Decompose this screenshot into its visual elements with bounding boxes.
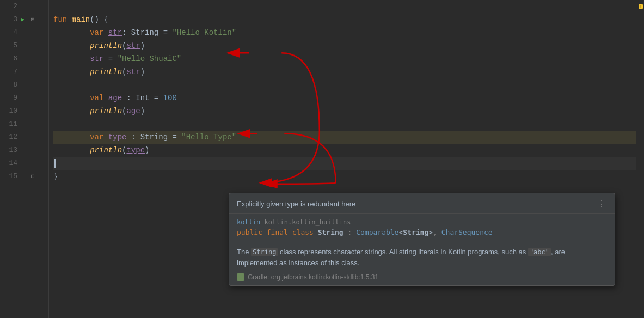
tooltip-description: The String class represents character st… [229, 241, 615, 272]
warning-marker: ! [639, 4, 643, 9]
gutter-line-5: 5 [0, 39, 48, 52]
fn-println-7: println [90, 65, 122, 78]
tooltip-code-signature: public final class String : Comparable<S… [237, 228, 607, 236]
code-line-6: str = "Hello ShuaiC" [53, 52, 644, 65]
gutter-line-3: 3 ▶ ⊟ [0, 13, 48, 26]
gutter-line-6: 6 [0, 52, 48, 65]
code-line-5: println(str) [53, 39, 644, 52]
code-line-14 [53, 157, 644, 170]
tooltip-kotlin-section: kotlin kotlin.kotlin_builtins public fin… [229, 214, 615, 241]
code-line-8 [53, 78, 644, 91]
fn-println-10: println [90, 105, 122, 118]
ref-str-7: str [126, 65, 140, 78]
tooltip-menu-button[interactable]: ⋮ [597, 199, 607, 209]
var-type: type [108, 131, 127, 144]
gutter-line-8: 8 [0, 78, 48, 91]
string-hello-kotlin: "Hello Kotlin" [172, 26, 236, 39]
code-line-11 [53, 118, 644, 131]
var-age: age [108, 91, 122, 105]
gutter-line-7: 7 [0, 65, 48, 78]
var-str: str [108, 26, 122, 39]
line-gutter: 2 3 ▶ ⊟ 4 5 6 7 8 [0, 0, 49, 318]
gutter-line-9: 9 [0, 91, 48, 105]
code-line-10: println(age) [53, 105, 644, 118]
tooltip-header: Explicitly given type is redundant here … [229, 193, 615, 214]
code-area[interactable]: fun main() { var str: String = "Hello Ko… [49, 0, 644, 318]
ref-type: type [126, 144, 145, 157]
gutter-line-14: 14 [0, 157, 48, 170]
tooltip-gradle-section: Gradle: org.jetbrains.kotlin:kotlin-stdl… [229, 272, 615, 285]
gutter-line-15: 15 ⊟ [0, 170, 48, 183]
keyword-fun: fun [53, 13, 72, 26]
gutter-line-12: 12 [0, 131, 48, 144]
code-line-9: val age : Int = 100 [53, 91, 644, 105]
gutter-line-2: 2 [0, 0, 48, 13]
tooltip-warning-text: Explicitly given type is redundant here [237, 200, 355, 208]
code-line-3: fun main() { [53, 13, 644, 26]
gutter-line-4: 4 [0, 26, 48, 39]
string-hello-type: "Hello Type" [181, 131, 236, 144]
gutter-line-10: 10 [0, 105, 48, 118]
code-line-2 [53, 0, 644, 13]
keyword-val: val [90, 91, 108, 105]
keyword-var-12: var [90, 131, 108, 144]
tooltip-gradle-text: Gradle: org.jetbrains.kotlin:kotlin-stdl… [248, 273, 378, 281]
tooltip-kotlin-source: kotlin kotlin.kotlin_builtins [237, 218, 607, 226]
function-main: main [72, 13, 90, 26]
fn-println-13: println [90, 144, 122, 157]
ref-age: age [126, 105, 140, 118]
code-line-4: var str: String = "Hello Kotlin" [53, 26, 644, 39]
string-hello-shuaic: "Hello ShuaiC" [118, 52, 182, 65]
ref-str-5: str [126, 39, 140, 52]
keyword-var-4: var [90, 26, 108, 39]
code-line-12: var type : String = "Hello Type" [53, 131, 644, 144]
code-line-15: } [53, 170, 644, 183]
tooltip-popup: Explicitly given type is redundant here … [229, 193, 615, 286]
fn-println-5: println [90, 39, 122, 52]
gutter-line-11: 11 [0, 118, 48, 131]
text-cursor [54, 159, 56, 168]
scrollbar-track: ! [636, 0, 644, 318]
code-line-7: println(str) [53, 65, 644, 78]
num-100: 100 [163, 91, 177, 105]
gradle-icon [237, 273, 244, 281]
gutter-line-13: 13 [0, 144, 48, 157]
code-line-13: println(type) [53, 144, 644, 157]
editor-container: 2 3 ▶ ⊟ 4 5 6 7 8 [0, 0, 644, 318]
ref-str-6: str [90, 52, 103, 65]
